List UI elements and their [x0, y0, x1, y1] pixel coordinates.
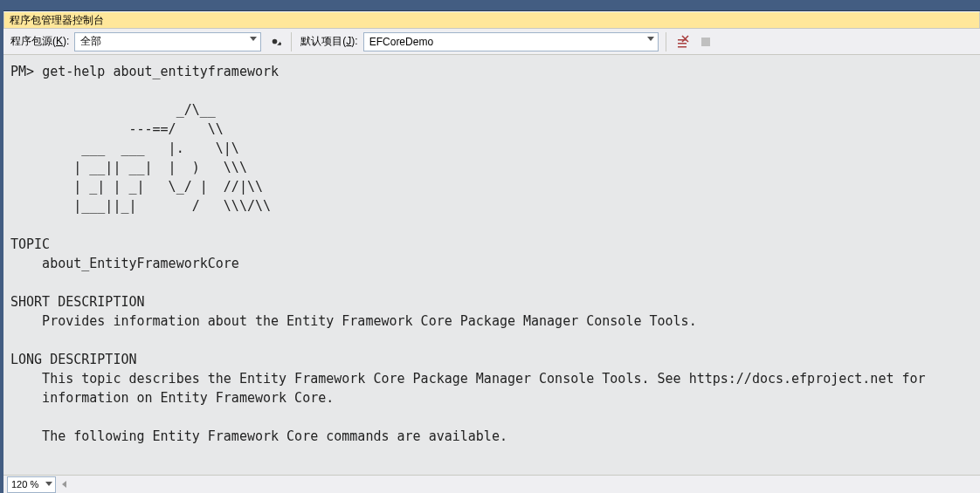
default-project-label: 默认项目(J):	[299, 34, 359, 49]
settings-button[interactable]	[265, 32, 284, 51]
panel-title: 程序包管理器控制台	[10, 14, 104, 26]
stop-icon	[701, 38, 710, 46]
zoom-value: 120 %	[11, 479, 38, 490]
window-top-strip	[3, 0, 980, 11]
zoom-combo[interactable]: 120 %	[7, 476, 56, 493]
default-project-value: EFCoreDemo	[369, 36, 433, 48]
svg-rect-2	[678, 46, 687, 48]
package-source-label: 程序包源(K):	[9, 34, 71, 49]
chevron-down-icon	[45, 482, 52, 486]
chevron-down-icon	[250, 37, 257, 41]
console-body: _/\__ ---==/ \\ ___ ___ |. \|\ | __|| __…	[10, 102, 926, 444]
chevron-down-icon	[647, 37, 654, 41]
clear-icon	[676, 35, 690, 49]
panel-title-bar: 程序包管理器控制台	[3, 11, 980, 29]
svg-rect-1	[678, 43, 687, 45]
triangle-left-icon	[62, 481, 66, 488]
toolbar-separator	[291, 32, 292, 51]
toolbar: 程序包源(K): 全部 默认项目(J): EFCoreDemo	[3, 29, 980, 55]
prompt: PM>	[10, 64, 34, 79]
stop-button[interactable]	[696, 32, 715, 51]
clear-console-button[interactable]	[673, 32, 693, 51]
console-output[interactable]: PM> get-help about_entityframework _/\__…	[3, 55, 980, 475]
default-project-combo[interactable]: EFCoreDemo	[363, 32, 659, 51]
status-bar: 120 %	[3, 475, 980, 493]
horizontal-scroll-left[interactable]	[58, 477, 70, 492]
toolbar-separator	[666, 32, 666, 51]
package-source-value: 全部	[80, 34, 101, 49]
gear-icon	[268, 35, 281, 48]
command-text: get-help about_entityframework	[42, 64, 279, 79]
package-source-combo[interactable]: 全部	[74, 32, 261, 51]
